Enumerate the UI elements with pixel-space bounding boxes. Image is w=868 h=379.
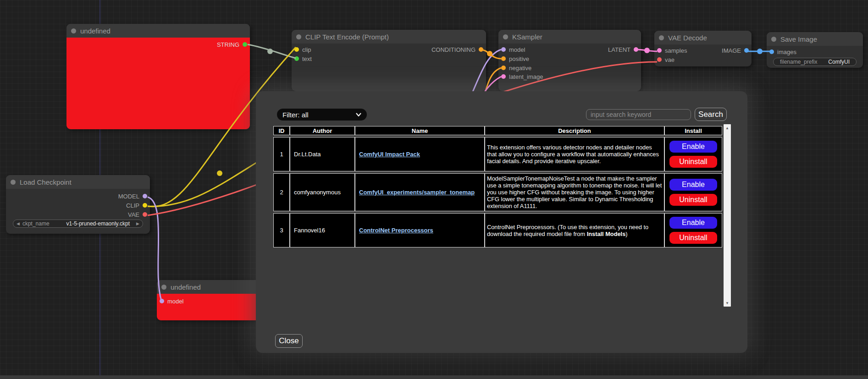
collapse-dot-icon[interactable] bbox=[296, 34, 301, 39]
node-title: undefined bbox=[171, 283, 201, 291]
cell-description: ControlNet Preprocessors. (To use this e… bbox=[485, 213, 664, 247]
wire-string-to-text bbox=[248, 44, 296, 58]
scroll-down-icon[interactable]: ▼ bbox=[724, 300, 731, 306]
uninstall-button[interactable]: Uninstall bbox=[669, 194, 717, 206]
node-title-bar[interactable]: VAE Decode bbox=[654, 31, 752, 44]
node-title-bar[interactable]: Save Image bbox=[767, 32, 863, 46]
filter-selected-value: Filter: all bbox=[282, 111, 309, 119]
enable-button[interactable]: Enable bbox=[669, 141, 717, 153]
output-label: CONDITIONING bbox=[431, 46, 475, 53]
extension-link[interactable]: ComfyUI Impact Pack bbox=[359, 151, 420, 158]
input-label: clip bbox=[302, 46, 311, 53]
filter-select[interactable]: Filter: all bbox=[277, 109, 367, 121]
collapse-dot-icon[interactable] bbox=[771, 37, 776, 42]
description-text: ModelSamplerTonemapNoiseTest a node that… bbox=[487, 175, 662, 209]
output-port-conditioning[interactable] bbox=[479, 47, 483, 52]
description-text: This extension offers various detector n… bbox=[487, 144, 659, 165]
collapse-dot-icon[interactable] bbox=[161, 285, 166, 290]
input-port-negative[interactable] bbox=[501, 66, 506, 70]
output-port-latent[interactable] bbox=[634, 47, 638, 52]
input-port-text[interactable] bbox=[294, 56, 299, 61]
node-title: Load Checkpoint bbox=[20, 178, 72, 186]
table-row: 2 comfyanonymous ComfyUI_experiments/sam… bbox=[273, 173, 722, 211]
node-body: MODEL CLIP VAE ◀ ckpt_name v1-5-pruned-e… bbox=[6, 189, 150, 234]
wire-dot bbox=[757, 49, 763, 54]
node-title-bar[interactable]: Load Checkpoint bbox=[6, 175, 150, 189]
node-title-bar[interactable]: KSampler bbox=[498, 30, 641, 44]
node-body: samples vae IMAGE bbox=[654, 44, 752, 66]
canvas-bottom-strip bbox=[0, 375, 868, 379]
node-load-checkpoint[interactable]: Load Checkpoint MODEL CLIP VAE ◀ ckpt_na… bbox=[6, 175, 150, 234]
table-scrollbar[interactable]: ▲ ▼ bbox=[724, 124, 731, 307]
extensions-table: ID Author Name Description Install 1 Dr.… bbox=[273, 124, 722, 249]
table-row: 3 Fannovel16 ControlNet Preprocessors Co… bbox=[273, 213, 722, 247]
node-vae-decode[interactable]: VAE Decode samples vae IMAGE bbox=[654, 31, 752, 66]
uninstall-button[interactable]: Uninstall bbox=[669, 156, 717, 168]
node-clip-text-encode[interactable]: CLIP Text Encode (Prompt) clip text COND… bbox=[292, 30, 486, 91]
collapse-dot-icon[interactable] bbox=[71, 28, 76, 33]
wire-dot bbox=[644, 48, 650, 53]
close-button[interactable]: Close bbox=[275, 334, 303, 348]
node-title: KSampler bbox=[512, 33, 542, 41]
node-title: CLIP Text Encode (Prompt) bbox=[305, 33, 389, 41]
output-port-model[interactable] bbox=[143, 194, 147, 198]
input-label: vae bbox=[665, 56, 674, 63]
filename-prefix-widget[interactable]: filename_prefix ComfyUI bbox=[773, 58, 857, 66]
output-label: IMAGE bbox=[722, 47, 741, 54]
input-port-vae[interactable] bbox=[657, 57, 662, 62]
input-label: negative bbox=[509, 65, 531, 71]
extension-link[interactable]: ComfyUI_experiments/sampler_tonemap bbox=[359, 189, 475, 196]
custom-nodes-manager-dialog: Filter: all Search ID Author Name Descri… bbox=[256, 91, 747, 353]
collapse-dot-icon[interactable] bbox=[503, 34, 508, 39]
collapse-dot-icon[interactable] bbox=[11, 180, 16, 185]
collapse-dot-icon[interactable] bbox=[659, 35, 664, 40]
widget-label: ckpt_name bbox=[22, 220, 50, 227]
wire-dot bbox=[217, 170, 222, 176]
col-header-name: Name bbox=[355, 126, 485, 135]
input-port-images[interactable] bbox=[769, 49, 774, 54]
input-port-model[interactable] bbox=[501, 47, 506, 52]
chevron-down-icon bbox=[356, 113, 361, 116]
cell-author: Dr.Lt.Data bbox=[290, 137, 355, 171]
input-label: model bbox=[509, 46, 525, 53]
col-header-description: Description bbox=[485, 126, 664, 135]
cell-id: 1 bbox=[273, 137, 290, 171]
ckpt-name-widget[interactable]: ◀ ckpt_name v1-5-pruned-emaonly.ckpt ▶ bbox=[13, 220, 143, 228]
scroll-up-icon[interactable]: ▲ bbox=[724, 125, 731, 131]
output-port-image[interactable] bbox=[744, 48, 749, 53]
cell-author: comfyanonymous bbox=[290, 173, 355, 211]
node-title-bar[interactable]: undefined bbox=[66, 24, 250, 38]
search-button[interactable]: Search bbox=[695, 108, 727, 121]
enable-button[interactable]: Enable bbox=[669, 179, 717, 191]
input-port-latent-image[interactable] bbox=[501, 74, 506, 79]
input-label: text bbox=[302, 55, 312, 62]
description-bold: Install Models bbox=[587, 231, 626, 237]
comfyui-canvas[interactable]: undefined STRING CLIP Text Encode (Promp… bbox=[0, 0, 868, 379]
input-port-samples[interactable] bbox=[657, 48, 662, 53]
output-port-vae[interactable] bbox=[143, 212, 147, 217]
cell-install: Enable Uninstall bbox=[664, 213, 722, 247]
output-port-string[interactable] bbox=[243, 42, 247, 47]
extension-link[interactable]: ControlNet Preprocessors bbox=[359, 227, 433, 234]
node-title-bar[interactable]: CLIP Text Encode (Prompt) bbox=[292, 30, 486, 44]
cell-id: 3 bbox=[273, 213, 290, 247]
input-label: positive bbox=[509, 55, 529, 62]
node-undefined-top[interactable]: undefined STRING bbox=[66, 24, 250, 129]
enable-button[interactable]: Enable bbox=[669, 217, 717, 229]
uninstall-button[interactable]: Uninstall bbox=[669, 232, 717, 244]
node-ksampler[interactable]: KSampler model positive negative latent_… bbox=[498, 30, 641, 91]
node-save-image[interactable]: Save Image images filename_prefix ComfyU… bbox=[767, 32, 863, 68]
output-label: MODEL bbox=[118, 193, 139, 200]
input-port-positive[interactable] bbox=[501, 56, 506, 61]
input-port-model[interactable] bbox=[160, 299, 164, 303]
col-header-id: ID bbox=[273, 126, 290, 135]
search-input[interactable] bbox=[586, 109, 691, 120]
table-header-row: ID Author Name Description Install bbox=[273, 126, 722, 135]
widget-value: v1-5-pruned-emaonly.ckpt bbox=[66, 220, 130, 227]
input-port-clip[interactable] bbox=[294, 47, 299, 52]
output-port-clip[interactable] bbox=[143, 203, 147, 208]
decrement-arrow-icon[interactable]: ◀ bbox=[17, 222, 20, 226]
col-header-install: Install bbox=[664, 126, 722, 135]
increment-arrow-icon[interactable]: ▶ bbox=[136, 222, 139, 226]
wire-dot bbox=[267, 49, 273, 54]
